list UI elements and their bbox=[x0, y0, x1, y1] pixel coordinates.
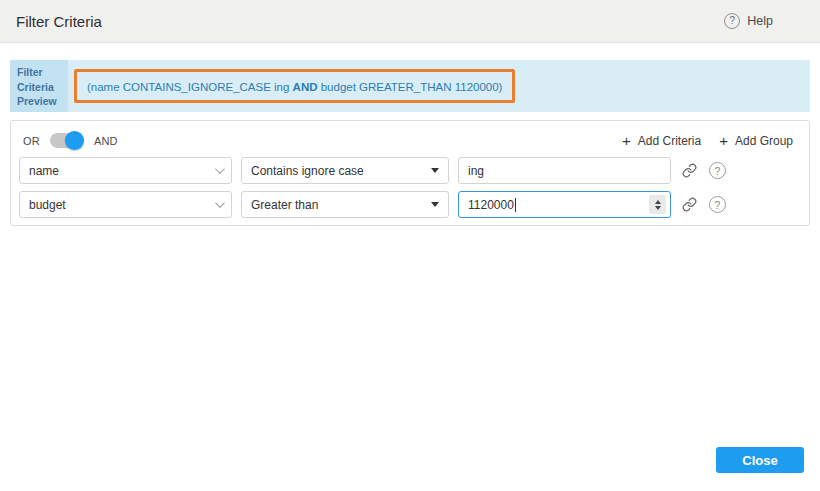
link-icon[interactable] bbox=[678, 194, 700, 216]
criteria-row: name Contains ignore case ? bbox=[11, 157, 809, 184]
value-input[interactable] bbox=[458, 157, 671, 184]
preview-expression-operator: AND bbox=[293, 81, 318, 93]
operator-select-value: Greater than bbox=[251, 198, 318, 212]
filter-criteria-dialog: Filter Criteria ? Help Filter Criteria P… bbox=[0, 0, 820, 491]
chevron-down-icon bbox=[215, 164, 225, 174]
field-select[interactable]: name bbox=[19, 157, 232, 184]
link-icon[interactable] bbox=[678, 160, 700, 182]
or-and-toggle[interactable] bbox=[50, 133, 80, 148]
add-criteria-label: Add Criteria bbox=[638, 134, 701, 148]
add-group-label: Add Group bbox=[735, 134, 793, 148]
preview-expression: (name CONTAINS_IGNORE_CASE ing AND budge… bbox=[87, 81, 502, 93]
dialog-header: Filter Criteria ? Help bbox=[0, 0, 820, 43]
toggle-or-label: OR bbox=[23, 135, 40, 147]
add-group-button[interactable]: + Add Group bbox=[719, 133, 793, 148]
close-button[interactable]: Close bbox=[716, 447, 804, 473]
plus-icon: + bbox=[622, 133, 631, 148]
help-label: Help bbox=[747, 14, 773, 28]
operator-select[interactable]: Contains ignore case bbox=[241, 157, 449, 184]
field-select[interactable]: budget bbox=[19, 191, 232, 218]
preview-expression-prefix: (name CONTAINS_IGNORE_CASE ing bbox=[87, 81, 293, 93]
operator-select-value: Contains ignore case bbox=[251, 164, 364, 178]
help-icon: ? bbox=[724, 13, 740, 29]
criteria-panel-toolbar: OR AND + Add Criteria + Add Group bbox=[11, 121, 809, 157]
field-select-value: name bbox=[29, 164, 59, 178]
add-actions: + Add Criteria + Add Group bbox=[622, 133, 793, 148]
chevron-down-icon bbox=[215, 198, 225, 208]
spinner-down-icon bbox=[655, 206, 661, 210]
number-input-value: 1120000 bbox=[468, 198, 514, 212]
operator-select[interactable]: Greater than bbox=[241, 191, 449, 218]
field-select-value: budget bbox=[29, 198, 66, 212]
help-button[interactable]: ? Help bbox=[724, 13, 773, 29]
or-and-toggle-group: OR AND bbox=[23, 133, 118, 148]
criteria-panel: OR AND + Add Criteria + Add Group n bbox=[10, 120, 810, 226]
preview-label: Filter Criteria Preview bbox=[10, 60, 68, 112]
dropdown-arrow-icon bbox=[431, 168, 439, 173]
toggle-and-label: AND bbox=[94, 135, 118, 147]
row-help-icon[interactable]: ? bbox=[709, 196, 726, 213]
row-help-icon[interactable]: ? bbox=[709, 162, 726, 179]
dropdown-arrow-icon bbox=[431, 202, 439, 207]
criteria-row: budget Greater than 1120000 bbox=[11, 191, 809, 218]
filter-criteria-preview-bar: Filter Criteria Preview (name CONTAINS_I… bbox=[10, 60, 810, 112]
value-number-input-focused[interactable]: 1120000 bbox=[458, 191, 671, 218]
number-spinner[interactable] bbox=[649, 195, 666, 214]
toggle-knob bbox=[65, 131, 84, 150]
preview-body: (name CONTAINS_IGNORE_CASE ing AND budge… bbox=[68, 60, 515, 112]
add-criteria-button[interactable]: + Add Criteria bbox=[622, 133, 701, 148]
preview-expression-highlight-box: (name CONTAINS_IGNORE_CASE ing AND budge… bbox=[74, 69, 515, 103]
spinner-up-icon bbox=[655, 200, 661, 204]
page-title: Filter Criteria bbox=[16, 13, 102, 30]
preview-expression-suffix: budget GREATER_THAN 1120000) bbox=[318, 81, 503, 93]
plus-icon: + bbox=[719, 133, 728, 148]
text-caret bbox=[515, 198, 516, 212]
